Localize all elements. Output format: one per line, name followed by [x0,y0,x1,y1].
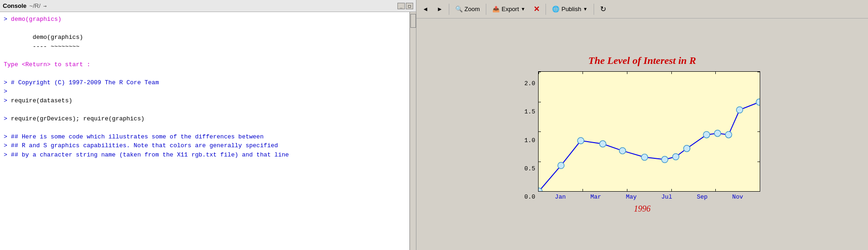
console-content[interactable]: > demo(graphics) demo(graphics) ---- ~~~… [0,12,416,250]
svg-point-6 [661,156,668,163]
console-line-req2: > require(grDevices); require(graphics) [4,114,412,124]
plot-title: The Level of Interest in R [589,55,696,67]
console-line-blank-4 [4,105,412,114]
console-titlebar: Console ~/R/ → _ □ [0,0,416,12]
publish-button[interactable]: 🌐 Publish ▼ [549,3,591,16]
toolbar-sep-3 [546,4,546,15]
y-label-1.0: 1.0 [524,137,535,144]
prompt-lone: > [4,88,7,95]
console-line-req1: > require(datasets) [4,96,412,106]
refresh-button[interactable]: ↻ [597,3,609,16]
plot-panel: ◄ ► 🔍 Zoom 📤 Export ▼ ✕ 🌐 Publish ▼ [416,0,868,250]
svg-point-10 [714,130,721,137]
svg-point-8 [683,145,690,152]
svg-point-4 [619,148,626,154]
export-icon: 📤 [492,6,500,12]
export-label: Export [502,6,519,12]
prompt-c3: > [4,151,11,158]
comment-2: ## R and S graphics capabilities. Note t… [11,142,278,149]
prompt-c1: > [4,133,11,140]
zoom-icon: 🔍 [455,6,463,12]
cmd-req2: require(grDevices); require(graphics) [11,115,145,122]
plot-container: The Level of Interest in R 2.0 1.5 1.0 0… [494,55,790,214]
console-line-blank-5 [4,123,412,132]
console-line-gt: > [4,87,412,96]
prompt-1: > [4,16,11,23]
x-label-jul: Jul [661,194,672,200]
x-label-mar: Mar [590,194,601,200]
cancel-button[interactable]: ✕ [530,3,543,16]
x-label-jan: Jan [555,194,565,200]
console-title-text: Console [3,2,26,9]
svg-point-3 [600,141,606,147]
prompt-req2: > [4,115,11,122]
zoom-button[interactable]: 🔍 Zoom [452,3,483,16]
cmd-req1: require(datasets) [11,97,73,104]
comment-3: ## by a character string name (taken fro… [11,151,289,158]
svg-point-11 [725,131,732,138]
console-line-blank-2 [4,51,412,60]
chart-plot-area [538,71,760,192]
y-label-2.0: 2.0 [524,80,535,87]
forward-button[interactable]: ► [434,3,446,16]
console-line-blank-1 [4,24,412,33]
plot-toolbar: ◄ ► 🔍 Zoom 📤 Export ▼ ✕ 🌐 Publish ▼ [416,0,868,19]
plot-area: The Level of Interest in R 2.0 1.5 1.0 0… [416,19,868,250]
y-label-0.5: 0.5 [524,165,535,172]
minimize-button[interactable]: _ [397,3,405,9]
console-forward-icon[interactable]: → [43,3,47,9]
toolbar-sep-4 [594,4,594,15]
zoom-label: Zoom [465,6,480,12]
prompt-c2: > [4,142,11,149]
svg-point-5 [641,154,648,161]
console-title-left: Console ~/R/ → [3,2,47,9]
prompt-req1: > [4,97,11,104]
console-line-comm2: > ## R and S graphics capabilities. Note… [4,141,412,150]
console-scrollbar[interactable] [409,12,416,250]
y-axis-labels: 2.0 1.5 1.0 0.5 0.0 [524,80,538,200]
toolbar-sep-2 [486,4,486,15]
cancel-icon: ✕ [533,5,539,13]
console-line-blank-3 [4,69,412,78]
comment-copy: # Copyright (C) 1997-2009 The R Core Tea… [11,79,159,86]
console-title-path: ~/R/ [29,2,40,9]
console-panel: Console ~/R/ → _ □ > demo(graphics) demo… [0,0,416,250]
chart-inner: Jan Mar May Jul Sep Nov [538,71,760,200]
svg-point-1 [558,162,564,169]
console-line-copyright: > # Copyright (C) 1997-2009 The R Core T… [4,78,412,88]
forward-icon: ► [437,6,443,12]
chart-wrapper: 2.0 1.5 1.0 0.5 0.0 [524,71,760,200]
x-label-may: May [626,194,637,200]
console-line-type: Type <Return> to start : [4,60,412,69]
svg-point-9 [703,131,710,138]
cmd-1: demo(graphics) [11,16,62,23]
export-arrow: ▼ [521,6,526,12]
plot-year: 1996 [634,204,651,214]
publish-arrow: ▼ [583,6,588,12]
console-line-1: > demo(graphics) [4,15,412,24]
x-axis-labels: Jan Mar May Jul Sep Nov [538,194,760,200]
back-icon: ◄ [422,6,428,12]
comment-1: ## Here is some code which illustrates s… [11,133,264,140]
type-msg: Type <Return> to start : [4,61,90,68]
prompt-copy: > [4,79,11,86]
console-line-3: demo(graphics) [4,33,412,42]
x-label-nov: Nov [732,194,743,200]
y-label-1.5: 1.5 [524,108,535,115]
maximize-button[interactable]: □ [406,3,413,9]
console-line-comm1: > ## Here is some code which illustrates… [4,132,412,142]
svg-point-13 [756,99,760,106]
console-line-comm3: > ## by a character string name (taken f… [4,150,412,160]
chart-svg [539,72,760,191]
scrollbar-thumb[interactable] [410,14,416,28]
refresh-icon: ↻ [600,5,606,13]
y-label-0.0: 0.0 [524,194,535,200]
x-label-sep: Sep [697,194,707,200]
publish-icon: 🌐 [552,6,559,12]
console-window-controls: _ □ [397,3,413,9]
console-line-4: ---- ~~~~~~~~ [4,42,412,51]
back-button[interactable]: ◄ [419,3,432,16]
publish-label: Publish [561,6,581,12]
export-button[interactable]: 📤 Export ▼ [489,3,528,16]
toolbar-sep-1 [449,4,449,15]
